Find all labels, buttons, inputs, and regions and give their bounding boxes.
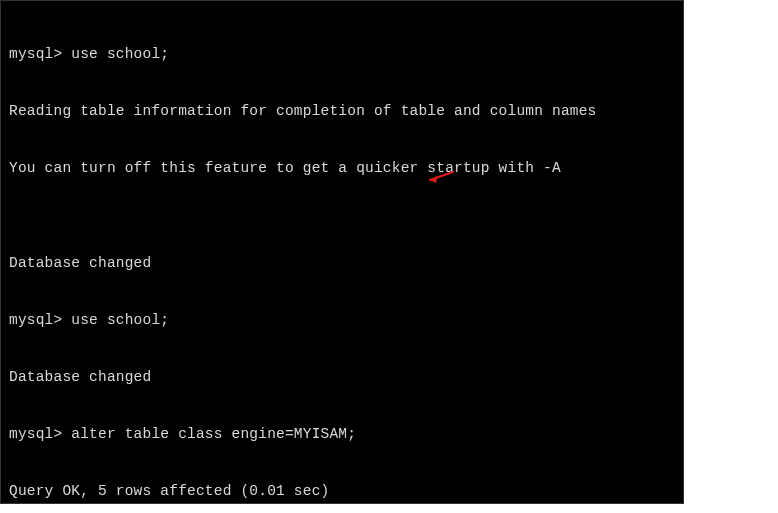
terminal-line: mysql> use school;: [9, 45, 675, 64]
terminal-line: Query OK, 5 rows affected (0.01 sec): [9, 482, 675, 501]
terminal-window[interactable]: mysql> use school; Reading table informa…: [0, 0, 684, 504]
annotation-arrow-icon: [428, 133, 454, 147]
terminal-line: Database changed: [9, 254, 675, 273]
terminal-line: You can turn off this feature to get a q…: [9, 159, 675, 178]
terminal-line: Database changed: [9, 368, 675, 387]
terminal-line: mysql> alter table class engine=MYISAM;: [9, 425, 675, 444]
terminal-line: Reading table information for completion…: [9, 102, 675, 121]
terminal-line: mysql> use school;: [9, 311, 675, 330]
